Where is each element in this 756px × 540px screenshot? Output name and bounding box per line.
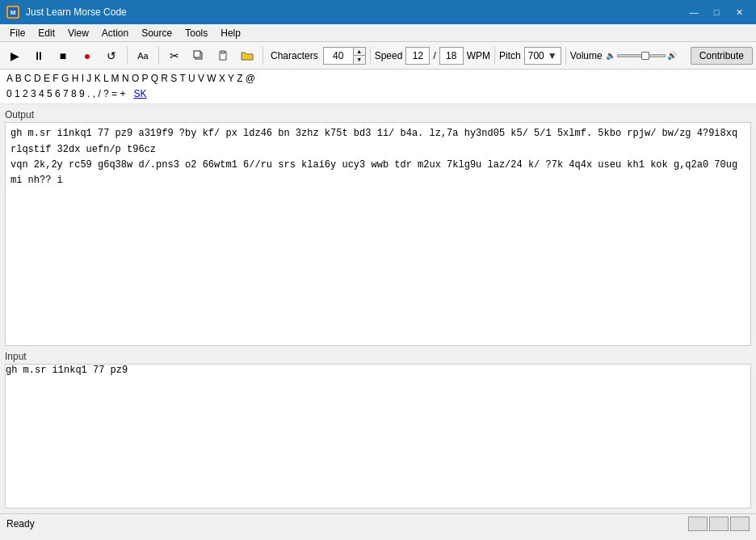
paste-button[interactable] (212, 44, 234, 67)
menu-tools[interactable]: Tools (178, 24, 214, 42)
volume-label: Volume (570, 50, 603, 61)
window-controls: — □ ✕ (683, 4, 750, 20)
slider-track[interactable] (617, 54, 666, 57)
svg-rect-3 (194, 51, 200, 57)
speed-group: Speed / WPM (375, 47, 490, 65)
open-button[interactable] (236, 44, 258, 67)
spinbox-buttons: ▲ ▼ (353, 48, 365, 64)
speed-slash: / (433, 50, 435, 61)
input-panel: Input gh m.sr i1nkq1 77 pz9 (5, 351, 751, 508)
status-bar: Ready (0, 513, 756, 533)
cut-button[interactable]: ✂ (163, 44, 186, 67)
copy-button[interactable] (187, 44, 210, 67)
svg-text:M: M (10, 9, 16, 16)
input-label: Input (5, 351, 751, 362)
separator-5 (494, 47, 495, 65)
characters-label: Characters (267, 50, 321, 61)
status-btn-1[interactable] (688, 517, 708, 531)
separator-4 (370, 47, 371, 65)
characters-up[interactable]: ▲ (354, 48, 365, 56)
character-display: A B C D E F G H I J K L M N O P Q R S T … (0, 70, 756, 104)
status-buttons (688, 517, 750, 531)
app-icon: M (6, 6, 19, 19)
menu-help[interactable]: Help (214, 24, 247, 42)
pitch-group: Pitch 700 ▼ (499, 47, 561, 65)
title-bar: M Just Learn Morse Code — □ ✕ (0, 0, 756, 24)
volume-slider: 🔈 🔊 (606, 51, 677, 60)
status-btn-2[interactable] (709, 517, 729, 531)
characters-spinbox: 40 ▲ ▼ (323, 47, 366, 65)
stop-button[interactable]: ■ (52, 44, 74, 67)
status-text: Ready (6, 518, 682, 529)
pitch-dropdown-arrow: ▼ (548, 50, 557, 61)
contribute-button[interactable]: Contribute (691, 47, 753, 65)
input-textarea[interactable]: gh m.sr i1nkq1 77 pz9 (6, 365, 750, 508)
char-sk: SK (133, 88, 146, 99)
wpm-label: WPM (467, 50, 490, 61)
volume-min-icon: 🔈 (606, 51, 615, 60)
toolbar: ▶ ⏸ ■ ● ↺ Aa ✂ Characters 40 ▲ ▼ Speed (0, 42, 756, 70)
output-line1: gh m.sr i1nkq1 77 pz9 a319f9 ?by kf/ px … (10, 128, 737, 154)
separator-2 (158, 47, 159, 65)
separator-1 (127, 47, 128, 65)
minimize-button[interactable]: — (683, 4, 704, 20)
slider-thumb[interactable] (641, 52, 649, 60)
pitch-label: Pitch (499, 50, 521, 61)
speed-input[interactable] (405, 47, 430, 65)
maximize-button[interactable]: □ (706, 4, 727, 20)
pitch-value: 700 (528, 50, 544, 61)
menu-view[interactable]: View (61, 24, 95, 42)
status-btn-3[interactable] (730, 517, 750, 531)
separator-3 (262, 47, 263, 65)
pitch-select[interactable]: 700 ▼ (524, 47, 561, 65)
menu-bar: File Edit View Action Source Tools Help (0, 24, 756, 42)
separator-6 (565, 47, 566, 65)
main-content: Output gh m.sr i1nkq1 77 pz9 a319f9 ?by … (0, 104, 756, 513)
loop-button[interactable]: ↺ (100, 44, 123, 67)
output-text: gh m.sr i1nkq1 77 pz9 a319f9 ?by kf/ px … (10, 126, 746, 188)
play-button[interactable]: ▶ (3, 44, 26, 67)
menu-action[interactable]: Action (95, 24, 135, 42)
speed-max-input[interactable] (439, 47, 464, 65)
pause-button[interactable]: ⏸ (27, 44, 50, 67)
volume-max-icon: 🔊 (667, 51, 677, 60)
speed-label: Speed (375, 50, 403, 61)
font-button[interactable]: Aa (132, 44, 154, 67)
output-panel: Output gh m.sr i1nkq1 77 pz9 a319f9 ?by … (5, 109, 751, 346)
record-button[interactable]: ● (76, 44, 99, 67)
characters-down[interactable]: ▼ (354, 56, 365, 64)
volume-group: Volume 🔈 🔊 (570, 50, 677, 61)
svg-rect-5 (221, 51, 225, 53)
output-line2: vqn 2k,2y rc59 g6q38w d/.pns3 o2 66wtm1 … (10, 159, 737, 186)
char-row-1: A B C D E F G H I J K L M N O P Q R S T … (6, 71, 750, 86)
output-content[interactable]: gh m.sr i1nkq1 77 pz9 a319f9 ?by kf/ px … (5, 122, 751, 346)
char-row-2: 0 1 2 3 4 5 6 7 8 9 . , / ? = + SK (6, 86, 750, 102)
menu-file[interactable]: File (3, 24, 32, 42)
close-button[interactable]: ✕ (729, 4, 750, 20)
menu-source[interactable]: Source (135, 24, 178, 42)
window-title: Just Learn Morse Code (26, 6, 677, 18)
menu-edit[interactable]: Edit (32, 24, 61, 42)
input-content: gh m.sr i1nkq1 77 pz9 (5, 364, 751, 508)
characters-input[interactable]: 40 (324, 48, 353, 64)
output-label: Output (5, 109, 751, 120)
